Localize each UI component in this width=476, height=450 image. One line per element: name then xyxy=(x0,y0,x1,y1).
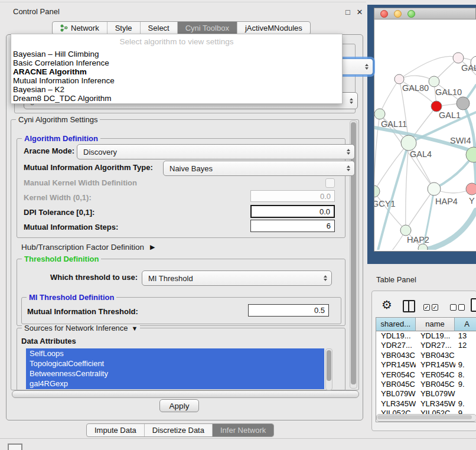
attributes-vertical-scrollbar[interactable] xyxy=(325,348,332,390)
tab-style[interactable]: Style xyxy=(107,22,140,34)
attribute-item[interactable]: TopologicalCoefficient xyxy=(26,358,324,369)
network-node[interactable] xyxy=(457,97,470,110)
table-row[interactable]: YBR045CYBR045C9. xyxy=(376,380,476,389)
network-node[interactable] xyxy=(374,185,380,197)
table-cell: 8. xyxy=(455,370,476,380)
gear-icon[interactable]: ⚙ xyxy=(382,298,392,312)
mi-threshold-input[interactable] xyxy=(248,304,329,317)
algorithm-option[interactable]: Mutual Information Inference xyxy=(11,76,342,85)
network-node[interactable] xyxy=(453,53,464,63)
table-row[interactable]: YDL19...YDL19...13 xyxy=(376,331,476,341)
column-header[interactable]: shared... xyxy=(376,318,416,331)
apply-button[interactable]: Apply xyxy=(159,399,199,412)
settings-horizontal-scrollbar[interactable] xyxy=(12,390,359,398)
hub-definition-toggle[interactable]: Hub/Transcription Factor Definition ▶ xyxy=(21,243,155,252)
attribute-item[interactable]: SelfLoops xyxy=(26,348,324,358)
minimize-window-icon[interactable] xyxy=(394,10,402,18)
checked-checkbox-icon[interactable]: ✓ xyxy=(432,304,438,311)
column-header[interactable]: A xyxy=(455,318,476,331)
tab-jactivemnodules[interactable]: jActiveMNodules xyxy=(237,22,310,34)
data-attributes-list[interactable]: SelfLoopsTopologicalCoefficientBetweenne… xyxy=(26,348,324,389)
table-cell: 9. xyxy=(455,399,476,409)
mi-steps-input[interactable] xyxy=(250,220,335,232)
tab-network[interactable]: Network xyxy=(53,22,107,34)
bottom-tab-infer-network[interactable]: Infer Network xyxy=(212,424,273,436)
status-bar-divider xyxy=(0,438,476,439)
table-cell: YBR043C xyxy=(416,351,455,360)
sources-title[interactable]: Sources for Network Inference ▼ xyxy=(22,324,140,332)
algorithm-option[interactable]: Dream8 DC_TDC Algorithm xyxy=(11,94,342,103)
network-node[interactable] xyxy=(400,225,411,236)
network-nodes-layer: GALGAL80GAL10GAL1GAL11GAL4SWI4GCY1HAP4YH… xyxy=(374,53,476,250)
table-row[interactable]: YDR27...YDR27...12 xyxy=(376,341,476,350)
close-panel-icon[interactable]: ✕ xyxy=(355,8,364,17)
settings-group-title: Cyni Algorithm Settings xyxy=(16,115,100,124)
hub-definition-label: Hub/Transcription Factor Definition xyxy=(21,243,144,252)
restore-panel-icon[interactable] xyxy=(8,444,22,450)
tab-select[interactable]: Select xyxy=(140,22,177,34)
document-icon[interactable] xyxy=(471,298,476,312)
network-node-label: Y xyxy=(469,196,475,206)
table-row[interactable]: YBR043CYBR043C xyxy=(376,351,476,360)
collapse-right-icon: ▶ xyxy=(150,243,155,251)
network-node[interactable] xyxy=(395,74,404,84)
table-cell: 9. xyxy=(455,380,476,389)
network-node[interactable] xyxy=(428,182,441,195)
top-tab-bar: NetworkStyleSelectCyni ToolboxjActiveMNo… xyxy=(52,21,311,35)
tab-label: Impute Data xyxy=(94,426,136,435)
combo-arrows-icon xyxy=(365,64,369,70)
table-cell: YER054C xyxy=(376,370,416,380)
column-header[interactable]: name xyxy=(416,318,455,331)
attribute-item[interactable]: BetweennessCentrality xyxy=(26,369,324,379)
algorithm-option[interactable]: Basic Correlation Inference xyxy=(11,58,342,67)
algorithm-option[interactable]: ARACNE Algorithm xyxy=(11,67,342,76)
float-panel-icon[interactable]: □ xyxy=(343,8,353,17)
tab-label: Select xyxy=(148,24,169,32)
table-horizontal-scrollbar[interactable] xyxy=(376,414,476,422)
which-threshold-combo[interactable]: MI Threshold xyxy=(142,270,332,286)
manual-kernel-checkbox[interactable] xyxy=(325,178,335,188)
checked-checkbox-icon[interactable]: ✓ xyxy=(423,304,430,311)
dpi-tolerance-label: DPI Tolerance [0,1]: xyxy=(24,208,94,217)
attributes-vscroll-thumb[interactable] xyxy=(327,350,331,381)
network-node[interactable] xyxy=(466,183,476,195)
bottom-tab-discretize-data[interactable]: Discretize Data xyxy=(144,424,212,436)
algorithm-option[interactable]: Bayesian – K2 xyxy=(11,85,342,94)
network-node[interactable] xyxy=(401,135,416,151)
kernel-width-input[interactable] xyxy=(250,190,335,202)
table-cell: YLR345W xyxy=(376,399,416,409)
zoom-window-icon[interactable] xyxy=(407,10,415,18)
attribute-item[interactable]: gal4RGexp xyxy=(26,379,324,389)
dpi-tolerance-input[interactable] xyxy=(250,205,335,218)
tab-cyni-toolbox[interactable]: Cyni Toolbox xyxy=(177,22,237,34)
close-window-icon[interactable] xyxy=(380,10,388,18)
table-cell xyxy=(455,351,476,360)
network-canvas[interactable]: GALGAL80GAL10GAL1GAL11GAL4SWI4GCY1HAP4YH… xyxy=(374,19,476,250)
unchecked-checkbox-icon[interactable] xyxy=(450,304,457,311)
table-cell: YER054C xyxy=(416,370,455,380)
table-row[interactable]: YBL079WYBL079W xyxy=(376,389,476,399)
algorithm-option[interactable]: Bayesian – Hill Climbing xyxy=(11,50,342,58)
algorithm-definition-title: Algorithm Definition xyxy=(22,134,100,143)
network-node-label: GAL80 xyxy=(402,83,429,93)
table-hscroll-thumb[interactable] xyxy=(377,415,472,419)
network-window-titlebar[interactable] xyxy=(374,8,476,19)
table-row[interactable]: YLR345WYLR345W9. xyxy=(376,399,476,409)
network-node[interactable] xyxy=(374,109,385,119)
network-node-label: GCY1 xyxy=(374,199,396,208)
network-node[interactable] xyxy=(429,76,439,87)
table-cell: 9. xyxy=(455,360,476,370)
table-row[interactable]: YER054CYER054C8. xyxy=(376,370,476,380)
table-header-row: shared...nameA xyxy=(376,318,476,331)
unchecked-checkbox-icon[interactable] xyxy=(458,304,465,311)
table-cell: YPR145W xyxy=(416,360,455,370)
network-node-label: GAL11 xyxy=(381,119,407,129)
bottom-tab-impute-data[interactable]: Impute Data xyxy=(87,424,144,436)
split-columns-icon[interactable] xyxy=(403,300,415,312)
aracne-mode-combo[interactable]: Discovery xyxy=(77,144,355,159)
mi-type-combo[interactable]: Naive Bayes xyxy=(163,161,355,176)
table-cell: YBL079W xyxy=(416,389,455,399)
tab-label: Infer Network xyxy=(220,426,266,435)
table-row[interactable]: YPR145WYPR145W9. xyxy=(376,360,476,370)
network-node-label: HAP4 xyxy=(435,197,458,206)
